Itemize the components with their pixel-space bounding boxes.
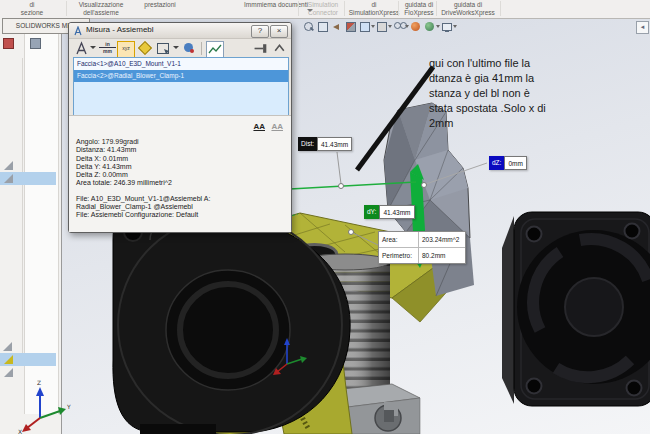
measure-results-panel: AA AA Angolo: 179.99gradi Distanza: 41.4…	[69, 115, 291, 232]
measure-dialog-title: Misura - Assiemebl	[86, 25, 154, 34]
previous-view-icon[interactable]	[331, 21, 344, 33]
show-xyz-measurements-icon[interactable]: xyz	[117, 41, 135, 58]
triad-x-label: X	[18, 428, 22, 434]
view-settings-icon[interactable]	[441, 21, 454, 33]
view-triad-icon: Z Y X	[18, 379, 71, 434]
dist-callout[interactable]: Dist: 41.43mm	[298, 137, 352, 151]
display-style-icon[interactable]	[376, 21, 389, 33]
measure-dialog-icon	[73, 26, 83, 36]
section-view-icon[interactable]	[345, 21, 358, 33]
pin-icon[interactable]	[253, 41, 270, 56]
projected-on-icon[interactable]	[155, 41, 172, 56]
measure-dialog: Misura - Assiemebl ? × in mm xyz	[68, 22, 292, 233]
arc-circle-measurements-icon[interactable]	[73, 41, 90, 56]
decrease-font-icon[interactable]: AA	[271, 122, 283, 131]
hide-show-items-icon[interactable]	[393, 21, 406, 33]
triad-y-label: Y	[66, 403, 71, 410]
help-button[interactable]: ?	[251, 25, 269, 38]
dy-callout[interactable]: dY: 41.43mm	[364, 205, 415, 219]
apply-scene-icon[interactable]	[424, 21, 437, 33]
zoom-to-fit-icon[interactable]	[303, 21, 316, 33]
collapse-dialog-icon[interactable]	[271, 41, 288, 56]
projected-on-dropdown-icon[interactable]	[173, 46, 179, 49]
triad-z-label: Z	[37, 379, 41, 386]
measure-results-text: Angolo: 179.99gradi Distanza: 41.43mm De…	[76, 138, 280, 220]
selection-list[interactable]: Faccia<1>@A10_E3D_Mount_V1-1 Faccia<2>@R…	[73, 57, 289, 116]
increase-font-icon[interactable]: AA	[253, 122, 265, 131]
area-perimeter-callout[interactable]: Area:203.24mm^2 Perimetro:80.2mm	[378, 231, 466, 264]
zoom-to-area-icon[interactable]	[317, 21, 330, 33]
selection-list-item-selected[interactable]: Faccia<2>@Radial_Blower_Clamp-1	[74, 70, 288, 82]
edit-appearance-icon[interactable]	[410, 21, 423, 33]
dz-callout[interactable]: dZ: 0mm	[489, 156, 527, 170]
model-axial-fan[interactable]	[502, 212, 650, 406]
view-orientation-icon[interactable]	[359, 21, 372, 33]
selection-list-item[interactable]: Faccia<1>@A10_E3D_Mount_V1-1	[74, 58, 288, 70]
close-button[interactable]: ×	[270, 25, 288, 38]
collapse-taskpane-icon[interactable]: ◂	[636, 21, 649, 34]
solidworks-window: Z Y X disezione Visualizzazionedell'assi…	[0, 0, 650, 434]
measure-dialog-titlebar[interactable]: Misura - Assiemebl ? ×	[69, 23, 291, 39]
create-sensor-icon[interactable]	[206, 41, 224, 58]
arc-measure-dropdown-icon[interactable]	[90, 46, 96, 49]
user-annotation-text: qui con l'ultimo file la dtanza è gia 41…	[429, 56, 553, 131]
point-to-point-icon[interactable]	[137, 41, 154, 56]
measurement-history-icon[interactable]	[181, 41, 198, 56]
units-precision-icon[interactable]: in mm	[99, 41, 116, 56]
